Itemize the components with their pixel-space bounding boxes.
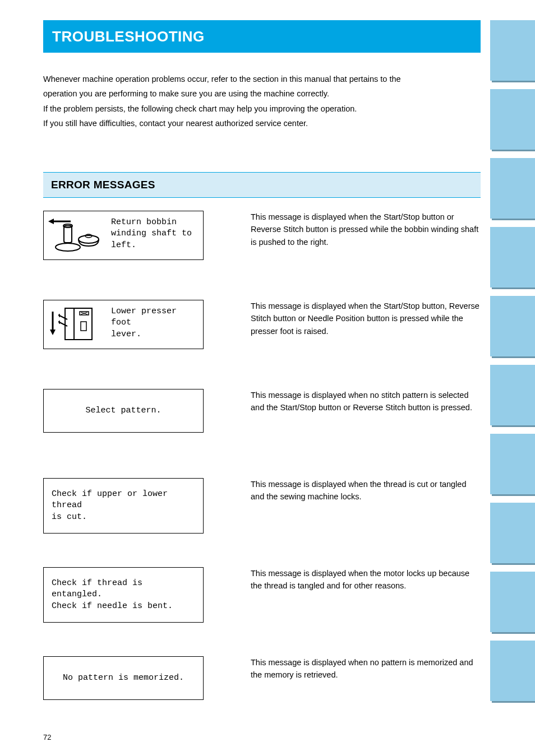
chapter-header: TROUBLESHOOTING — [43, 20, 481, 53]
msg-line: No pattern is memorized. — [63, 673, 184, 683]
msg-line: lever. — [111, 330, 141, 339]
message-text: Return bobbin winding shaft to left. — [111, 211, 203, 259]
message-box: Check if upper or lower thread is cut. — [43, 478, 204, 534]
msg-line: winding shaft to — [111, 229, 192, 238]
msg-line: Lower presser foot — [111, 307, 177, 327]
side-tab[interactable] — [490, 296, 535, 356]
intro-line-3: If the problem persists, the following c… — [43, 103, 481, 115]
error-entry-presser-foot: Lower presser foot lever. This message i… — [43, 300, 481, 367]
error-entry-bobbin: Return bobbin winding shaft to left. Thi… — [43, 211, 481, 278]
intro-paragraph: Whenever machine operation problems occu… — [43, 73, 481, 132]
message-box: Lower presser foot lever. — [43, 300, 204, 349]
side-tab[interactable] — [490, 434, 535, 494]
msg-line: left. — [111, 240, 136, 250]
section-subheader: ERROR MESSAGES — [43, 172, 481, 198]
message-box: No pattern is memorized. — [43, 656, 204, 700]
svg-rect-2 — [64, 226, 72, 243]
diagram-presser-foot — [44, 300, 111, 349]
error-description: This message is displayed when no stitch… — [251, 389, 481, 414]
intro-line-2: operation you are performing to make sur… — [43, 87, 481, 100]
error-description: This message is displayed when no patter… — [251, 656, 481, 681]
side-tabs — [490, 20, 535, 709]
message-text: Check if thread is entangled. Check if n… — [44, 568, 203, 622]
error-entry-no-pattern: No pattern is memorized. This message is… — [43, 656, 481, 723]
message-text: No pattern is memorized. — [44, 657, 203, 699]
msg-line: Check if needle is bent. — [52, 601, 173, 611]
bobbin-icon — [47, 216, 108, 257]
svg-rect-9 — [65, 308, 92, 340]
page-root: TROUBLESHOOTING Whenever machine operati… — [0, 0, 535, 756]
message-text: Select pattern. — [44, 389, 203, 432]
error-entry-thread-entangled: Check if thread is entangled. Check if n… — [43, 567, 481, 634]
message-box: Check if thread is entangled. Check if n… — [43, 567, 204, 623]
intro-line-1: Whenever machine operation problems occu… — [43, 73, 481, 85]
side-tab[interactable] — [490, 572, 535, 632]
message-box: Return bobbin winding shaft to left. — [43, 211, 204, 260]
msg-line: Check if thread is entangled. — [52, 578, 142, 599]
subheader-title: ERROR MESSAGES — [51, 179, 155, 191]
side-tab[interactable] — [490, 227, 535, 287]
message-box: Select pattern. — [43, 389, 204, 433]
svg-rect-14 — [81, 322, 86, 331]
side-tab[interactable] — [490, 503, 535, 563]
svg-marker-8 — [50, 330, 56, 335]
chapter-title: TROUBLESHOOTING — [52, 28, 205, 45]
msg-line: Select pattern. — [85, 406, 161, 415]
error-description: This message is displayed when the Start… — [251, 300, 481, 337]
svg-marker-1 — [48, 219, 54, 224]
side-tab[interactable] — [490, 89, 535, 150]
presser-foot-icon — [47, 305, 108, 346]
msg-line: Check if upper or lower thread — [52, 489, 168, 510]
error-description: This message is displayed when the threa… — [251, 478, 481, 503]
side-tab[interactable] — [490, 641, 535, 701]
error-entry-select-pattern: Select pattern. This message is displaye… — [43, 389, 481, 456]
error-entry-thread-cut: Check if upper or lower thread is cut. T… — [43, 478, 481, 545]
svg-point-4 — [56, 243, 80, 251]
error-description: This message is displayed when the Start… — [251, 211, 481, 248]
msg-line: is cut. — [52, 512, 87, 522]
message-text: Check if upper or lower thread is cut. — [44, 479, 203, 533]
msg-line: Return bobbin — [111, 217, 177, 227]
svg-point-5 — [79, 235, 99, 243]
side-tab[interactable] — [490, 20, 535, 81]
side-tab[interactable] — [490, 365, 535, 425]
message-text: Lower presser foot lever. — [111, 300, 203, 349]
side-tab[interactable] — [490, 158, 535, 219]
page-number: 72 — [43, 733, 51, 741]
diagram-bobbin — [44, 211, 111, 259]
intro-line-4: If you still have difficulties, contact … — [43, 117, 481, 129]
error-description: This message is displayed when the motor… — [251, 567, 481, 592]
